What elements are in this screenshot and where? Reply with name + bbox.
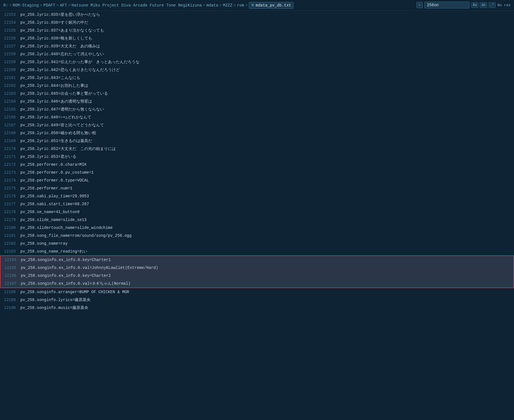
- search-whole-word[interactable]: ab: [480, 2, 487, 8]
- line-number: 12184: [1, 256, 21, 264]
- line-content: pv_258.lyric.043=こんなにも: [20, 74, 86, 82]
- line-content: pv_258.performer.0.chara=MIK: [20, 161, 92, 169]
- line-number: 12177: [0, 200, 20, 208]
- highlighted-code-line: 12186pv_258.songinfo.ex_info.0.key=Chart…: [1, 272, 513, 280]
- line-number: 12153: [0, 11, 20, 19]
- line-number: 12178: [0, 208, 20, 216]
- line-content: pv_258.sabi.play_time=29.9053: [20, 192, 95, 200]
- code-line: 12159pv_258.lyric.041=伝えたかった事が きっとあったんだろ…: [0, 58, 514, 66]
- line-number: 12162: [0, 82, 20, 90]
- code-line: 12163pv_258.lyric.045=出会った事と繋がっている: [0, 90, 514, 98]
- search-input[interactable]: [424, 2, 469, 8]
- line-content: pv_258.lyric.040=忘れたって消えやしない: [20, 50, 110, 58]
- code-line: 12156pv_258.lyric.038=靴を新しくしても: [0, 34, 514, 42]
- line-content: pv_258.lyric.035=星を思い浮かべたなら: [20, 11, 106, 19]
- breadcrumb-game[interactable]: Hatsune Miku Project Diva Arcade Future …: [72, 3, 202, 8]
- line-content: pv_258.sabi.start_time=68.267: [20, 200, 95, 208]
- highlighted-lines-group: 12184pv_258.songinfo.ex_info.0.key=Chart…: [0, 255, 514, 288]
- code-line: 12188pv_258.songinfo.arranger=BUMP OF CH…: [0, 288, 514, 296]
- code-line: 12167pv_258.lyric.049=皆と比べてどうかなんて: [0, 121, 514, 129]
- breadcrumb-pdaft[interactable]: PDAFT: [43, 3, 55, 8]
- breadcrumb-mzzz[interactable]: MZZZ: [223, 3, 232, 8]
- line-number: 12159: [0, 58, 20, 66]
- code-line: 12174pv_258.performer.0.type=VOCAL: [0, 176, 514, 184]
- code-line: 12155pv_258.lyric.037=あまり泣かなくなっても: [0, 26, 514, 34]
- search-bar: › Aa ab .* No res: [416, 2, 511, 8]
- breadcrumb-sep-4: >: [203, 3, 205, 8]
- line-number: 12185: [1, 264, 21, 272]
- search-case-sensitive[interactable]: Aa: [471, 2, 478, 8]
- line-content: pv_258.performer.0.pv_costume=1: [20, 169, 99, 176]
- line-number: 12175: [0, 184, 20, 192]
- line-number: 12172: [0, 161, 20, 169]
- line-number: 12173: [0, 169, 20, 176]
- code-line: 12164pv_258.lyric.046=あの透明な彗星は: [0, 98, 514, 105]
- highlighted-code-line: 12187pv_258.songinfo.ex_info.0.val=ネギちゃん…: [1, 280, 513, 288]
- menu-icon: ≡: [251, 3, 254, 8]
- line-number: 12183: [0, 247, 20, 255]
- line-number: 12170: [0, 145, 20, 153]
- line-content: pv_258.slide_name=slide_se13: [20, 216, 92, 224]
- breadcrumb-r[interactable]: R:: [3, 3, 8, 8]
- code-line: 12180pv_258.slidertouch_name=slide_windc…: [0, 224, 514, 232]
- editor-content: 12153pv_258.lyric.035=星を思い浮かべたなら12154pv_…: [0, 11, 514, 420]
- line-number: 12186: [1, 272, 21, 280]
- code-line: 12160pv_258.lyric.042=恐らくありきたりなんだろうけど: [0, 66, 514, 74]
- breadcrumb-sep-1: >: [40, 3, 42, 8]
- line-content: pv_258.lyric.051=生きるのは最高だ: [20, 137, 98, 145]
- line-number: 12167: [0, 121, 20, 129]
- line-content: pv_258.lyric.045=出会った事と繋がっている: [20, 90, 114, 98]
- code-line: 12176pv_258.sabi.play_time=29.9053: [0, 192, 514, 200]
- breadcrumb-filename-text: mdata_pv_db.txt: [256, 3, 291, 8]
- line-content: pv_258.song_file_name=rom/sound/song/pv_…: [20, 232, 137, 240]
- line-content: pv_258.lyric.048=○×△どれかなんて: [20, 113, 97, 121]
- code-line: 12154pv_258.lyric.036=すぐ銀河の中だ: [0, 19, 514, 26]
- highlighted-code-line: 12184pv_258.songinfo.ex_info.0.key=Chart…: [1, 256, 513, 264]
- line-number: 12155: [0, 26, 20, 34]
- breadcrumb-sep-0: >: [9, 3, 12, 8]
- line-content: pv_258.lyric.036=すぐ銀河の中だ: [20, 19, 94, 26]
- search-arrow-btn[interactable]: ›: [416, 2, 423, 8]
- line-number: 12166: [0, 113, 20, 121]
- code-line: 12182pv_258.song_name=ray: [0, 240, 514, 247]
- breadcrumb-filename: ≡ mdata_pv_db.txt: [249, 2, 294, 9]
- line-content: pv_258.performer.0.type=VOCAL: [20, 176, 95, 184]
- highlighted-code-line: 12185pv_258.songinfo.ex_info.0.val=Johnn…: [1, 264, 513, 272]
- line-content: pv_258.lyric.044=お別れした事は: [20, 82, 94, 90]
- search-regex[interactable]: .*: [488, 2, 496, 8]
- code-line: 12173pv_258.performer.0.pv_costume=1: [0, 169, 514, 176]
- line-content: pv_258.lyric.046=あの透明な彗星は: [20, 98, 98, 105]
- breadcrumb-sep-3: >: [68, 3, 70, 8]
- code-line: 12161pv_258.lyric.043=こんなにも: [0, 74, 514, 82]
- line-content: pv_258.lyric.041=伝えたかった事が きっとあったんだろうな: [20, 58, 145, 66]
- breadcrumb-rom[interactable]: rom: [237, 3, 244, 8]
- code-line: 12158pv_258.lyric.040=忘れたって消えやしない: [0, 50, 514, 58]
- code-line: 12177pv_258.sabi.start_time=68.267: [0, 200, 514, 208]
- breadcrumb-rom-staging[interactable]: ROM-Staging: [13, 3, 39, 8]
- breadcrumb-mdata[interactable]: mdata: [207, 3, 218, 8]
- line-number: 12190: [0, 304, 20, 312]
- line-number: 12164: [0, 98, 20, 105]
- line-number: 12169: [0, 137, 20, 145]
- code-line: 12178pv_258.se_name=41_button9: [0, 208, 514, 216]
- line-number: 12165: [0, 105, 20, 113]
- code-line: 12179pv_258.slide_name=slide_se13: [0, 216, 514, 224]
- line-content: pv_258.se_name=41_button9: [20, 208, 85, 216]
- line-content: pv_258.songinfo.ex_info.0.val=JohnnyKLaw…: [21, 264, 164, 272]
- code-line: 12170pv_258.lyric.052=大丈夫だ この光の始まりには: [0, 145, 514, 153]
- line-number: 12154: [0, 19, 20, 26]
- code-line: 12168pv_258.lyric.050=確かめる間も無い程: [0, 129, 514, 137]
- breadcrumb-aft[interactable]: AFT: [60, 3, 67, 8]
- line-content: pv_258.lyric.039=大丈夫だ あの痛みは: [20, 42, 106, 50]
- line-number: 12181: [0, 232, 20, 240]
- line-content: pv_258.lyric.038=靴を新しくしても: [20, 34, 98, 42]
- line-content: pv_258.songinfo.lyrics=藤原基央: [20, 296, 96, 304]
- line-number: 12180: [0, 224, 20, 232]
- line-content: pv_258.lyric.037=あまり泣かなくなっても: [20, 26, 110, 34]
- line-content: pv_258.lyric.042=恐らくありきたりなんだろうけど: [20, 66, 125, 74]
- code-line: 12171pv_258.lyric.053=君がいる: [0, 153, 514, 161]
- line-number: 12182: [0, 240, 20, 247]
- line-number: 12179: [0, 216, 20, 224]
- line-number: 12168: [0, 129, 20, 137]
- line-content: pv_258.songinfo.music=藤原基央: [20, 304, 94, 312]
